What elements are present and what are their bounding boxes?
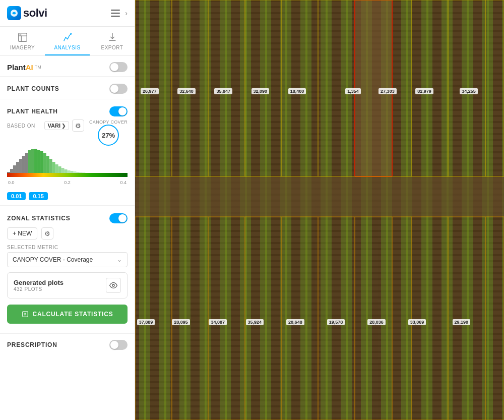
plantai-ai: AI xyxy=(26,63,33,72)
svg-rect-5 xyxy=(10,169,13,173)
svg-rect-13 xyxy=(34,149,37,173)
plots-count: 432 PLOTS xyxy=(14,286,64,292)
plot-label-5: 1,354 xyxy=(345,88,361,94)
metric-chevron-icon: ⌄ xyxy=(117,256,122,263)
svg-rect-10 xyxy=(25,153,28,173)
plantai-logo: PlantAI TM xyxy=(7,63,41,72)
plant-counts-toggle[interactable] xyxy=(109,84,128,94)
prescription-toggle[interactable] xyxy=(109,340,128,350)
svg-rect-7 xyxy=(16,162,19,173)
svg-point-30 xyxy=(112,284,114,286)
plots-info: Generated plots 432 PLOTS xyxy=(14,279,64,292)
hamburger-icon[interactable] xyxy=(111,10,120,17)
tab-export[interactable]: EXPORT xyxy=(90,27,135,55)
plantai-sup: TM xyxy=(35,65,41,70)
based-on-row: BASED ON VARI ❯ ⚙ xyxy=(7,119,84,132)
vari-chevron-icon: ❯ xyxy=(61,123,66,129)
plot-label-11: 34,087 xyxy=(209,319,227,325)
svg-rect-16 xyxy=(43,153,46,173)
selected-metric-label: SELECTED METRIC xyxy=(7,245,128,250)
sidebar: solvi › IMAGERY ANALYSIS xyxy=(0,0,135,420)
plot-label-9: 37,889 xyxy=(137,319,155,325)
field-overlay xyxy=(135,0,504,420)
tab-imagery-label: IMAGERY xyxy=(10,45,35,50)
nav-tabs: IMAGERY ANALYSIS EXPORT xyxy=(0,27,135,56)
tab-imagery[interactable]: IMAGERY xyxy=(0,27,45,55)
svg-rect-12 xyxy=(31,149,34,173)
axis-label-2: 0.4 xyxy=(120,180,127,185)
histogram-axis: 0.0 0.2 0.4 xyxy=(7,180,128,185)
histogram: 0.0 0.2 0.4 xyxy=(7,148,128,188)
zonal-gear-button[interactable]: ⚙ xyxy=(41,227,53,239)
plot-label-15: 28,036 xyxy=(367,319,386,325)
svg-rect-20 xyxy=(55,164,58,173)
plantai-text: PlantAI xyxy=(7,63,33,72)
map-area[interactable]: 26,977 32,640 35,847 32,090 18,400 1,354… xyxy=(135,0,504,420)
plant-health-row: PLANT HEALTH xyxy=(0,99,135,119)
app-header: solvi › xyxy=(0,0,135,27)
canopy-cover-value: 27% xyxy=(98,125,119,146)
range-max[interactable]: 0.15 xyxy=(29,192,47,200)
prescription-title: PRESCRIPTION xyxy=(7,341,57,348)
svg-rect-29 xyxy=(82,172,85,173)
map-background: 26,977 32,640 35,847 32,090 18,400 1,354… xyxy=(135,0,504,420)
based-on-area: BASED ON VARI ❯ ⚙ CANOPY COVER 27% xyxy=(7,119,128,146)
logo-text: solvi xyxy=(23,7,47,20)
vari-select[interactable]: VARI ❯ xyxy=(44,121,69,130)
metric-select[interactable]: CANOPY COVER - Coverage ⌄ xyxy=(7,252,128,267)
plot-label-14: 19,578 xyxy=(327,319,345,325)
axis-label-1: 0.2 xyxy=(64,180,71,185)
plots-title: Generated plots xyxy=(14,279,64,286)
svg-rect-17 xyxy=(46,156,49,173)
svg-rect-26 xyxy=(73,171,76,173)
gear-button[interactable]: ⚙ xyxy=(72,119,84,132)
prescription-section: PRESCRIPTION xyxy=(0,333,135,356)
plot-label-6: 27,303 xyxy=(379,88,397,94)
plot-label-1: 32,640 xyxy=(177,88,196,94)
svg-rect-63 xyxy=(135,177,504,216)
plot-label-4: 18,400 xyxy=(288,88,306,94)
plot-label-17: 29,190 xyxy=(453,319,471,325)
svg-rect-22 xyxy=(61,168,65,173)
plot-label-7: 82,979 xyxy=(415,88,433,94)
plot-label-16: 33,069 xyxy=(408,319,426,325)
svg-rect-2 xyxy=(19,34,21,36)
svg-rect-14 xyxy=(37,150,40,173)
svg-rect-15 xyxy=(40,151,43,173)
plant-health-toggle[interactable] xyxy=(109,106,128,116)
plot-label-2: 35,847 xyxy=(214,88,232,94)
svg-rect-18 xyxy=(49,159,52,173)
metric-value: CANOPY COVER - Coverage xyxy=(13,256,93,263)
svg-rect-19 xyxy=(52,162,55,173)
vari-label: VARI xyxy=(48,123,60,129)
svg-rect-11 xyxy=(28,150,31,173)
zonal-statistics-toggle[interactable] xyxy=(109,213,128,223)
tab-analysis-label: ANALYSIS xyxy=(54,45,80,50)
svg-rect-24 xyxy=(68,170,71,173)
new-button[interactable]: + NEW xyxy=(7,227,37,239)
range-min[interactable]: 0.01 xyxy=(7,192,26,200)
plant-counts-title: PLANT COUNTS xyxy=(7,85,59,92)
svg-rect-6 xyxy=(13,165,16,173)
tab-export-label: EXPORT xyxy=(101,45,123,50)
plot-label-13: 20,648 xyxy=(286,319,304,325)
svg-rect-25 xyxy=(70,171,73,173)
plantai-section: PlantAI TM xyxy=(0,56,135,77)
tab-analysis[interactable]: ANALYSIS xyxy=(45,27,90,55)
plantai-toggle[interactable] xyxy=(109,62,128,72)
plot-label-12: 35,924 xyxy=(246,319,264,325)
svg-rect-27 xyxy=(76,172,79,173)
calculate-statistics-button[interactable]: CALCULATE STATISTICS xyxy=(7,305,128,324)
svg-rect-4 xyxy=(7,172,10,173)
plant-counts-row: PLANT COUNTS xyxy=(0,77,135,99)
plot-label-3: 32,090 xyxy=(251,88,270,94)
zonal-statistics-title: ZONAL STATISTICS xyxy=(7,215,70,222)
svg-rect-21 xyxy=(58,166,61,173)
range-inputs: 0.01 0.15 xyxy=(7,192,128,200)
based-on-right: VARI ❯ ⚙ xyxy=(44,119,84,132)
plots-card: Generated plots 432 PLOTS xyxy=(7,272,128,298)
svg-rect-23 xyxy=(65,169,68,173)
eye-button[interactable] xyxy=(106,278,121,293)
plant-health-section: BASED ON VARI ❯ ⚙ CANOPY COVER 27% xyxy=(0,119,135,206)
collapse-icon[interactable]: › xyxy=(125,9,128,17)
